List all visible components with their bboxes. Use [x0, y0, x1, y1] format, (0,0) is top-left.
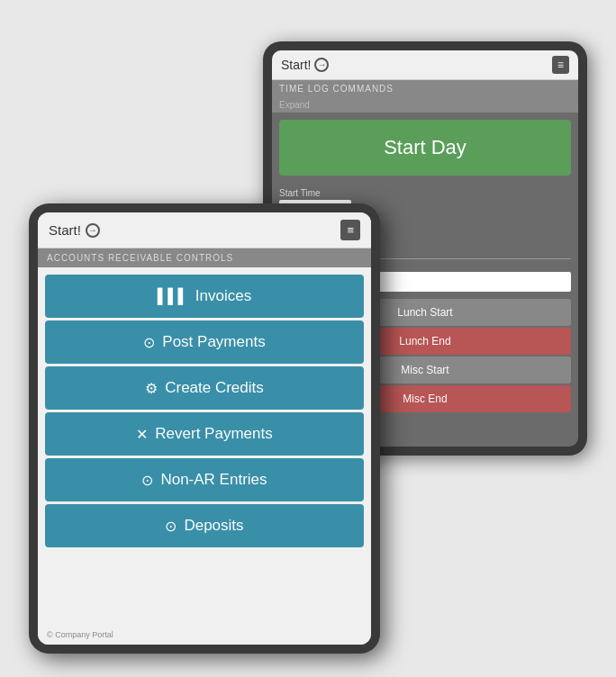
non-ar-entries-button[interactable]: ⊙ Non-AR Entries — [45, 458, 364, 501]
back-header-title: Start! → — [281, 58, 329, 72]
back-menu-button[interactable]: ≡ — [552, 56, 569, 74]
create-credits-button[interactable]: ⚙ Create Credits — [45, 366, 364, 410]
revert-payments-icon: ✕ — [136, 426, 148, 443]
front-section-label: ACCOUNTS RECEIVABLE CONTROLS — [38, 248, 371, 267]
non-ar-entries-icon: ⊙ — [141, 472, 153, 489]
tablet-front: Start! → ≡ ACCOUNTS RECEIVABLE CONTROLS … — [29, 203, 380, 654]
back-header: Start! → ≡ — [272, 50, 578, 80]
back-title-text: Start! — [281, 58, 311, 72]
front-footer: © Company Portal — [38, 621, 371, 645]
back-expand-row: Expand — [272, 97, 578, 113]
deposits-label: Deposits — [184, 517, 243, 535]
start-time-label: Start Time — [279, 188, 571, 198]
post-payments-icon: ⊙ — [143, 334, 155, 351]
back-title-arrow: → — [314, 58, 329, 72]
invoices-label: Invoices — [195, 287, 251, 305]
back-section-label: TIME LOG COMMANDS — [272, 80, 578, 97]
deposits-icon: ⊙ — [165, 518, 177, 535]
footer-text: © Company Portal — [47, 630, 113, 639]
create-credits-icon: ⚙ — [145, 380, 158, 397]
create-credits-label: Create Credits — [165, 379, 264, 397]
invoices-button[interactable]: ▌▌▌ Invoices — [45, 275, 364, 318]
front-header: Start! → ≡ — [38, 212, 371, 248]
front-title-text: Start! — [49, 222, 81, 238]
start-day-button[interactable]: Start Day — [279, 120, 571, 176]
front-menu-button[interactable]: ≡ — [340, 220, 360, 240]
invoices-icon: ▌▌▌ — [158, 288, 188, 304]
menu-items-list: ▌▌▌ Invoices ⊙ Post Payments ⚙ Create Cr… — [38, 267, 371, 621]
post-payments-button[interactable]: ⊙ Post Payments — [45, 320, 364, 364]
non-ar-entries-label: Non-AR Entries — [160, 471, 267, 489]
front-screen: Start! → ≡ ACCOUNTS RECEIVABLE CONTROLS … — [38, 212, 371, 645]
revert-payments-label: Revert Payments — [155, 425, 272, 443]
front-title-arrow: → — [86, 223, 100, 238]
revert-payments-button[interactable]: ✕ Revert Payments — [45, 412, 364, 456]
front-header-title: Start! → — [49, 222, 100, 238]
deposits-button[interactable]: ⊙ Deposits — [45, 504, 364, 547]
post-payments-label: Post Payments — [162, 333, 265, 351]
